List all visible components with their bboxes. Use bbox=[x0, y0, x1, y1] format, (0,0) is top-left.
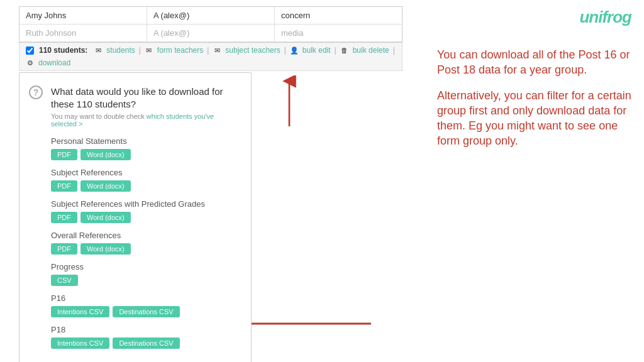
ps-pdf-button[interactable]: PDF bbox=[51, 149, 77, 160]
srp-pdf-button[interactable]: PDF bbox=[51, 212, 77, 223]
section-subject-references: Subject References PDF Word (docx) bbox=[51, 168, 235, 192]
section-p16: P16 Intentions CSV Destinations CSV bbox=[51, 293, 235, 317]
table-cell-name-2: Ruth Johnson bbox=[19, 25, 147, 41]
bulk-edit-icon: 👤 bbox=[290, 46, 299, 55]
section-label: Subject References bbox=[51, 168, 235, 177]
form-teachers-link[interactable]: form teachers bbox=[157, 46, 203, 55]
btn-group: PDF Word (docx) bbox=[51, 212, 235, 223]
bulk-edit-link[interactable]: bulk edit bbox=[303, 46, 331, 55]
btn-group: PDF Word (docx) bbox=[51, 243, 235, 255]
section-label: P16 bbox=[51, 293, 235, 303]
btn-group: PDF Word (docx) bbox=[51, 180, 235, 192]
help-icon: ? bbox=[29, 85, 43, 99]
modal-title: What data would you like to download for… bbox=[51, 85, 235, 110]
table-cell-code-2: A (alex@) bbox=[147, 25, 275, 41]
form-teachers-icon: ✉ bbox=[145, 46, 153, 55]
sr-pdf-button[interactable]: PDF bbox=[51, 180, 77, 192]
right-panel: unifrog You can download all of the Post… bbox=[421, 0, 644, 362]
toolbar: 110 students: ✉ students | ✉ form teache… bbox=[19, 43, 402, 71]
left-panel: Amy Johns A (alex@) concern Ruth Johnson… bbox=[0, 0, 421, 362]
table-row: Amy Johns A (alex@) concern bbox=[19, 7, 402, 25]
btn-group: PDF Word (docx) bbox=[51, 149, 235, 160]
progress-csv-button[interactable]: CSV bbox=[51, 275, 78, 286]
section-p18: P18 Intentions CSV Destinations CSV bbox=[51, 325, 235, 349]
download-modal: ? What data would you like to download f… bbox=[19, 72, 252, 362]
paragraph-1: You can download all of the Post 16 or P… bbox=[437, 47, 631, 78]
btn-group: CSV bbox=[51, 275, 235, 286]
ps-word-button[interactable]: Word (docx) bbox=[80, 149, 131, 160]
section-label: Personal Statements bbox=[51, 136, 235, 146]
table-cell-status: concern bbox=[275, 7, 402, 24]
btn-group: Intentions CSV Destinations CSV bbox=[51, 337, 235, 349]
brand-logo: unifrog bbox=[579, 8, 631, 27]
table-cell-code: A (alex@) bbox=[147, 7, 275, 24]
p16-intentions-button[interactable]: Intentions CSV bbox=[51, 306, 109, 317]
bulk-delete-icon: 🗑 bbox=[340, 46, 349, 55]
modal-subtitle: You may want to double check which stude… bbox=[51, 112, 235, 128]
p18-destinations-button[interactable]: Destinations CSV bbox=[113, 337, 179, 349]
table-cell-name: Amy Johns bbox=[19, 7, 147, 24]
section-personal-statements: Personal Statements PDF Word (docx) bbox=[51, 136, 235, 160]
select-all-checkbox[interactable] bbox=[26, 47, 34, 55]
right-text-block: You can download all of the Post 16 or P… bbox=[434, 47, 631, 149]
student-count: 110 students: bbox=[39, 46, 87, 55]
section-label: Progress bbox=[51, 262, 235, 272]
section-label: Subject References with Predicted Grades bbox=[51, 199, 235, 209]
table-row-2: Ruth Johnson A (alex@) media bbox=[19, 25, 402, 42]
subject-teachers-link[interactable]: subject teachers bbox=[225, 46, 280, 55]
or-word-button[interactable]: Word (docx) bbox=[80, 243, 131, 255]
section-label: P18 bbox=[51, 325, 235, 334]
sr-word-button[interactable]: Word (docx) bbox=[80, 180, 131, 192]
students-link[interactable]: students bbox=[106, 46, 135, 55]
paragraph-2: Alternatively, you can filter for a cert… bbox=[437, 88, 631, 149]
p16-destinations-button[interactable]: Destinations CSV bbox=[113, 306, 179, 317]
download-icon: ⚙ bbox=[26, 58, 35, 67]
section-subject-references-predicted: Subject References with Predicted Grades… bbox=[51, 199, 235, 223]
section-label: Overall References bbox=[51, 231, 235, 240]
students-icon: ✉ bbox=[94, 46, 103, 55]
or-pdf-button[interactable]: PDF bbox=[51, 243, 77, 255]
p18-intentions-button[interactable]: Intentions CSV bbox=[51, 337, 109, 349]
download-link[interactable]: download bbox=[38, 58, 70, 67]
subject-teachers-icon: ✉ bbox=[213, 46, 221, 55]
arrow-left bbox=[239, 308, 377, 342]
table-cell-status-2: media bbox=[275, 25, 402, 41]
section-overall-references: Overall References PDF Word (docx) bbox=[51, 231, 235, 255]
table-area: Amy Johns A (alex@) concern Ruth Johnson… bbox=[19, 6, 402, 43]
bulk-delete-link[interactable]: bulk delete bbox=[353, 46, 389, 55]
section-progress: Progress CSV bbox=[51, 262, 235, 286]
btn-group: Intentions CSV Destinations CSV bbox=[51, 306, 235, 317]
srp-word-button[interactable]: Word (docx) bbox=[80, 212, 131, 223]
